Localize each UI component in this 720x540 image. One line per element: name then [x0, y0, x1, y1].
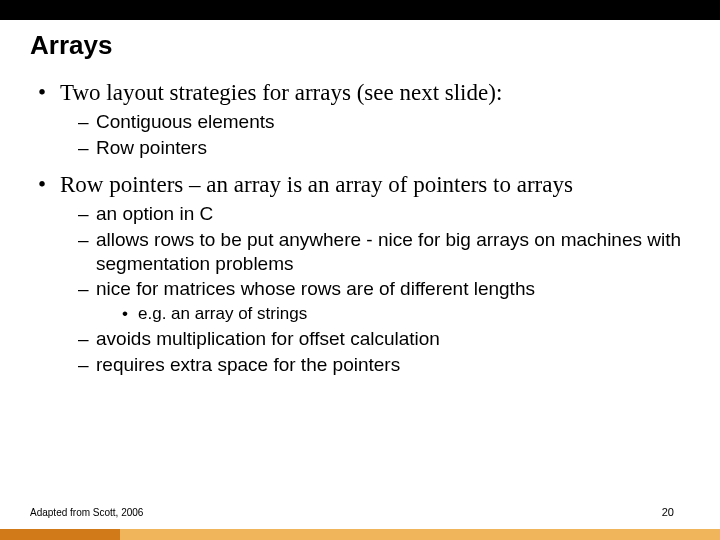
page-number: 20 [662, 506, 674, 518]
bullet-dot-icon: • [122, 303, 138, 325]
dash-icon: – [78, 353, 96, 377]
bullet-level2: – requires extra space for the pointers [78, 353, 690, 377]
bullet-level2-group: – an option in C – allows rows to be put… [78, 202, 690, 301]
dash-icon: – [78, 327, 96, 351]
dash-icon: – [78, 110, 96, 134]
bullet-level2-group: – avoids multiplication for offset calcu… [78, 327, 690, 377]
bullet-dot-icon: • [38, 79, 60, 108]
slide-title: Arrays [0, 20, 720, 75]
bullet-text: an option in C [96, 202, 213, 226]
bullet-level2: – allows rows to be put anywhere - nice … [78, 228, 690, 276]
bullet-level1: • Row pointers – an array is an array of… [38, 171, 690, 200]
bottom-accent-bar [0, 529, 720, 540]
bullet-level2: – avoids multiplication for offset calcu… [78, 327, 690, 351]
bullet-text: Contiguous elements [96, 110, 275, 134]
bullet-text: Row pointers – an array is an array of p… [60, 171, 573, 200]
accent-light-segment [120, 529, 720, 540]
bullet-level2-group: – Contiguous elements – Row pointers [78, 110, 690, 160]
bullet-dot-icon: • [38, 171, 60, 200]
bullet-level2: – Row pointers [78, 136, 690, 160]
bullet-level2: – nice for matrices whose rows are of di… [78, 277, 690, 301]
dash-icon: – [78, 202, 96, 226]
bullet-level3-group: • e.g. an array of strings [122, 303, 690, 325]
dash-icon: – [78, 228, 96, 276]
footer-attribution: Adapted from Scott, 2006 [30, 507, 143, 518]
bullet-level2: – Contiguous elements [78, 110, 690, 134]
bullet-text: e.g. an array of strings [138, 303, 307, 325]
bullet-level3: • e.g. an array of strings [122, 303, 690, 325]
bullet-text: requires extra space for the pointers [96, 353, 400, 377]
slide-body: • Two layout strategies for arrays (see … [0, 79, 720, 377]
top-black-bar [0, 0, 720, 20]
bullet-text: avoids multiplication for offset calcula… [96, 327, 440, 351]
bullet-text: Row pointers [96, 136, 207, 160]
bullet-text: allows rows to be put anywhere - nice fo… [96, 228, 690, 276]
dash-icon: – [78, 136, 96, 160]
bullet-level1: • Two layout strategies for arrays (see … [38, 79, 690, 108]
bullet-text: Two layout strategies for arrays (see ne… [60, 79, 502, 108]
dash-icon: – [78, 277, 96, 301]
bullet-text: nice for matrices whose rows are of diff… [96, 277, 535, 301]
bullet-level2: – an option in C [78, 202, 690, 226]
accent-dark-segment [0, 529, 120, 540]
